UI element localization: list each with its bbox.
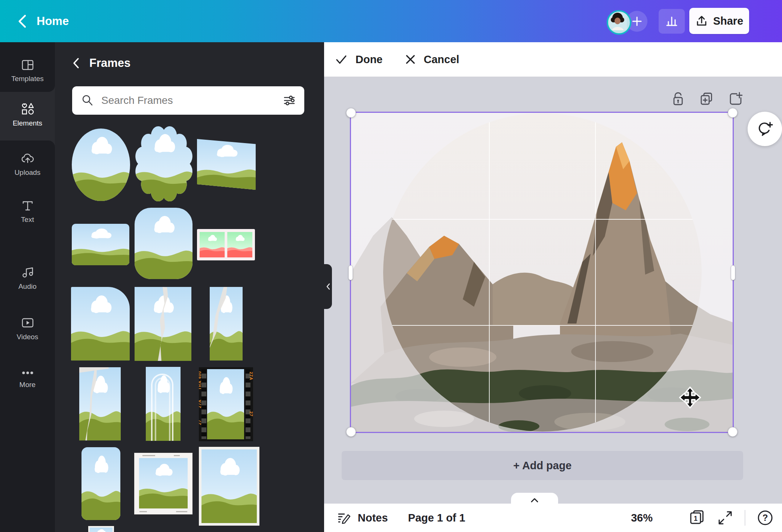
share-label: Share xyxy=(713,15,743,27)
sidebar-item-label: Text xyxy=(21,216,34,224)
elements-icon xyxy=(20,101,35,116)
bar-chart-icon xyxy=(665,14,679,28)
film-label: 27 xyxy=(249,411,253,417)
sidebar-rail: Templates Elements Uploads Text xyxy=(0,42,55,532)
audio-note-icon xyxy=(21,265,35,279)
home-label: Home xyxy=(37,15,69,28)
panel-collapse-tab[interactable] xyxy=(324,264,332,309)
frame-thumb-torn-narrow[interactable] xyxy=(210,287,243,361)
sidebar-item-label: Audio xyxy=(18,282,37,291)
frames-panel: Frames xyxy=(55,42,324,532)
object-actions xyxy=(672,92,743,106)
home-button[interactable]: Home xyxy=(17,14,69,29)
circle-frame-crop[interactable] xyxy=(383,113,702,432)
frame-thumb-round-corner[interactable] xyxy=(71,287,130,361)
done-button[interactable]: Done xyxy=(335,53,383,66)
film-label: TRA 400 xyxy=(199,371,202,390)
sidebar-item-videos[interactable]: Videos xyxy=(0,316,55,341)
check-icon xyxy=(335,53,348,66)
videos-icon xyxy=(21,316,35,330)
back-chevron-icon xyxy=(17,14,27,29)
frame-thumb-skewed[interactable] xyxy=(197,139,256,190)
zoom-level[interactable]: 36% xyxy=(631,512,653,524)
help-button[interactable]: ? xyxy=(757,509,774,526)
templates-icon xyxy=(21,58,34,72)
resize-handle-se[interactable] xyxy=(728,427,738,437)
fullscreen-button[interactable] xyxy=(717,510,733,526)
cancel-button[interactable]: Cancel xyxy=(404,53,459,66)
panel-title: Frames xyxy=(89,56,130,70)
collapse-chevron-icon xyxy=(326,283,330,290)
top-bar: Home xyxy=(0,0,782,42)
sidebar-item-text[interactable]: Text xyxy=(0,199,55,224)
search-input[interactable] xyxy=(101,94,283,107)
sidebar-item-more[interactable]: More xyxy=(0,368,55,389)
more-dots-icon xyxy=(21,368,35,378)
frame-thumb-blob[interactable] xyxy=(135,208,193,279)
resize-handle-sw[interactable] xyxy=(346,427,356,437)
share-button[interactable]: Share xyxy=(689,8,749,34)
statusbar-right: 36% 1 ? xyxy=(631,509,774,527)
sidebar-item-uploads[interactable]: Uploads xyxy=(0,151,55,177)
notes-button[interactable]: Notes xyxy=(337,510,388,525)
insights-button[interactable] xyxy=(659,9,685,34)
cancel-label: Cancel xyxy=(424,53,459,66)
add-comment-button[interactable] xyxy=(748,112,782,146)
crop-toolbar: Done Cancel xyxy=(324,42,782,77)
pages-icon: 1 xyxy=(688,509,706,527)
page-indicator: Page 1 of 1 xyxy=(408,512,465,524)
frame-thumb-scallop[interactable] xyxy=(135,125,193,202)
grid-line-vertical xyxy=(595,113,596,432)
sidebar-item-label: More xyxy=(19,381,36,389)
status-bar: Notes Page 1 of 1 36% 1 ? xyxy=(324,504,782,532)
add-page-button[interactable]: + Add page xyxy=(342,451,743,480)
pages-view-button[interactable]: 1 xyxy=(688,509,706,527)
frame-thumb-rounded-tall[interactable] xyxy=(81,447,120,520)
duplicate-icon[interactable] xyxy=(699,92,714,106)
frame-thumb-slide-mount[interactable] xyxy=(134,453,193,514)
chevron-up-icon xyxy=(530,497,539,503)
sidebar-item-label: Templates xyxy=(11,75,44,83)
page-number: 1 xyxy=(694,515,698,522)
resize-handle-nw[interactable] xyxy=(346,108,356,118)
help-glyph: ? xyxy=(763,513,768,523)
search-box xyxy=(72,86,304,115)
resize-handle-e[interactable] xyxy=(731,265,735,280)
sidebar-item-templates[interactable]: Templates xyxy=(0,58,55,83)
frame-thumb-poster[interactable] xyxy=(199,447,259,526)
panel-back-icon[interactable] xyxy=(72,57,80,69)
notes-icon xyxy=(337,510,352,525)
avatar[interactable] xyxy=(607,10,631,35)
frame-thumb-torn-center[interactable] xyxy=(135,287,191,361)
image-selection[interactable] xyxy=(351,112,733,432)
film-label: 27 xyxy=(199,420,202,425)
resize-handle-ne[interactable] xyxy=(728,108,738,118)
help-icon: ? xyxy=(757,509,774,526)
sidebar-item-elements[interactable]: Elements xyxy=(0,101,55,127)
sidebar-item-label: Videos xyxy=(17,333,39,341)
sidebar-item-audio[interactable]: Audio xyxy=(0,265,55,291)
filter-icon[interactable] xyxy=(283,94,296,107)
done-label: Done xyxy=(355,53,383,66)
toolbar-expand-tab[interactable] xyxy=(511,493,558,504)
film-label: 27A xyxy=(249,372,253,380)
frame-thumb-film-strip[interactable]: TRA 400 27A 27 27A 27 xyxy=(199,367,253,441)
frame-thumb-torn-paper[interactable] xyxy=(79,367,121,440)
notes-label: Notes xyxy=(358,512,388,524)
frame-thumb-partial[interactable] xyxy=(88,526,114,532)
add-to-page-icon[interactable] xyxy=(729,92,743,106)
frame-thumb-contact-sheet[interactable] xyxy=(197,229,255,260)
panel-header: Frames xyxy=(72,56,130,70)
frame-thumb-landscape-rounded[interactable] xyxy=(72,224,129,265)
frame-thumb-circle[interactable] xyxy=(72,129,130,201)
expand-icon xyxy=(717,510,733,526)
frame-thumb-plastic-sleeve[interactable] xyxy=(146,367,181,441)
grid-line-horizontal xyxy=(383,219,702,220)
resize-handle-w[interactable] xyxy=(348,265,353,280)
share-upload-icon xyxy=(695,15,708,27)
grid-line-horizontal xyxy=(383,325,702,326)
sidebar-item-label: Uploads xyxy=(15,168,41,177)
plus-icon xyxy=(631,16,643,27)
unlock-icon[interactable] xyxy=(672,92,684,106)
uploads-cloud-icon xyxy=(21,151,35,166)
